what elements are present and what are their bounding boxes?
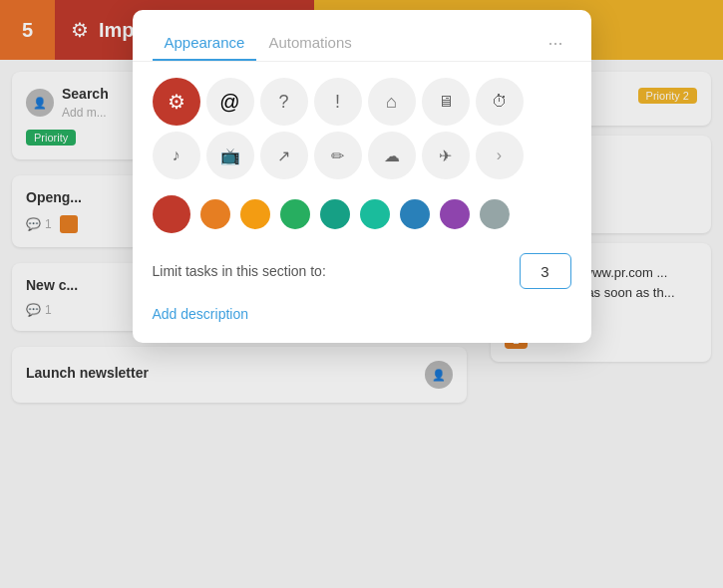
icon-question-button[interactable]: ? [260, 78, 308, 126]
limit-row: Limit tasks in this section to: [133, 253, 591, 305]
color-green-button[interactable] [280, 199, 310, 229]
icon-music-button[interactable]: ♪ [153, 132, 200, 179]
appearance-popup: Appearance Automations ··· ⚙ @ ? ! ⌂ 🖥 ⏱… [133, 10, 591, 343]
color-row [133, 195, 591, 253]
color-blue-button[interactable] [400, 199, 430, 229]
add-description-link[interactable]: Add description [153, 306, 249, 322]
divider [133, 61, 591, 62]
color-gray-button[interactable] [480, 199, 510, 229]
color-teal-button[interactable] [320, 199, 350, 229]
tab-automations[interactable]: Automations [256, 26, 363, 61]
limit-label: Limit tasks in this section to: [153, 263, 508, 279]
color-turquoise-button[interactable] [360, 199, 390, 229]
icon-airplane-button[interactable]: ✈ [422, 132, 470, 179]
icon-pen-button[interactable]: ✏ [314, 132, 362, 179]
icon-gear-button[interactable]: ⚙ [153, 78, 200, 126]
color-red-button[interactable] [153, 195, 190, 233]
icon-cloud-button[interactable]: ☁ [368, 132, 416, 179]
icon-at-button[interactable]: @ [206, 78, 254, 126]
color-purple-button[interactable] [440, 199, 470, 229]
icon-home-button[interactable]: ⌂ [368, 78, 416, 126]
tab-appearance[interactable]: Appearance [153, 26, 257, 61]
popup-overlay: Appearance Automations ··· ⚙ @ ? ! ⌂ 🖥 ⏱… [0, 0, 723, 588]
add-description-section: Add description [133, 305, 591, 343]
icon-arrow-button[interactable]: ↗ [260, 132, 308, 179]
color-orange-button[interactable] [200, 199, 230, 229]
icon-grid: ⚙ @ ? ! ⌂ 🖥 ⏱ ♪ 📺 ↗ ✏ ☁ ✈ › [133, 78, 591, 195]
icon-clock-button[interactable]: ⏱ [476, 78, 524, 126]
popup-header: Appearance Automations ··· [133, 10, 591, 61]
icon-monitor-button[interactable]: 🖥 [422, 78, 470, 126]
more-options-button[interactable]: ··· [540, 29, 570, 58]
icon-more-button[interactable]: › [476, 132, 524, 179]
color-yellow-button[interactable] [240, 199, 270, 229]
icon-tv-button[interactable]: 📺 [206, 132, 254, 179]
icon-exclamation-button[interactable]: ! [314, 78, 362, 126]
limit-input[interactable] [520, 253, 571, 289]
